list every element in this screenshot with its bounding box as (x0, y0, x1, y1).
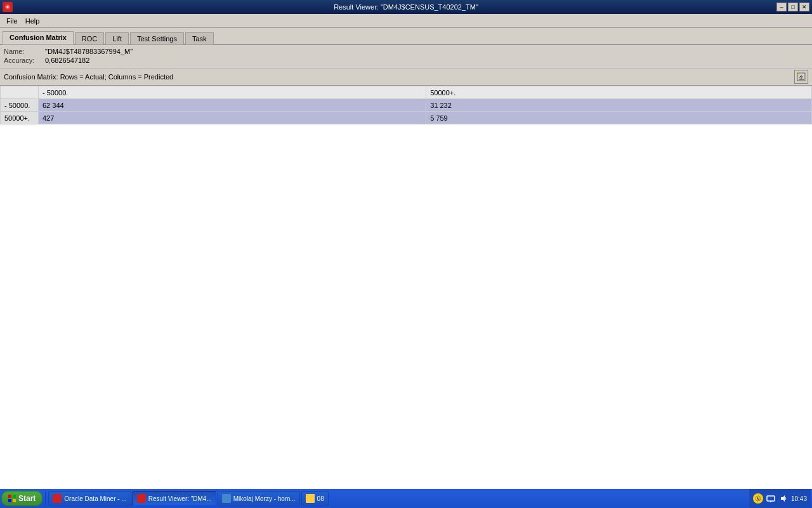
accuracy-value: 0,6826547182 (45, 57, 89, 64)
volume-icon[interactable] (778, 493, 789, 504)
svg-rect-10 (767, 496, 775, 501)
svg-text:N: N (756, 497, 759, 501)
content-wrapper: Confusion Matrix ROC Lift Test Settings … (0, 28, 812, 489)
table-row: - 50000. 62 344 31 232 (1, 99, 812, 112)
row-label-over50k: 50000+. (1, 112, 39, 124)
name-label: Name: (4, 48, 45, 55)
header-col-under50k: - 50000. (39, 86, 426, 99)
menu-file[interactable]: File (3, 16, 22, 26)
tab-test-settings[interactable]: Test Settings (130, 32, 184, 44)
tab-confusion-matrix[interactable]: Confusion Matrix (3, 31, 74, 44)
close-button[interactable]: ✕ (799, 3, 809, 11)
taskbar-tray: N 10:43 (749, 489, 811, 508)
cell-over50k-under50k: 427 (39, 112, 426, 124)
result-viewer-icon (137, 494, 146, 503)
taskbar-08-label: 08 (317, 495, 324, 502)
tab-roc[interactable]: ROC (75, 32, 104, 44)
window-controls: – □ ✕ (776, 3, 809, 11)
norton-icon[interactable]: N (753, 493, 763, 504)
svg-marker-12 (781, 495, 785, 502)
name-row: Name: "DM4J$T487883367994_M" (4, 48, 808, 55)
export-button[interactable] (794, 70, 808, 84)
accuracy-label: Accuracy: (4, 57, 45, 64)
taskbar-time: 10:43 (791, 495, 807, 502)
start-label: Start (18, 494, 36, 503)
windows-logo-icon (8, 495, 16, 502)
menu-bar: File Help (0, 14, 812, 28)
confusion-matrix-table: - 50000. 50000+. - 50000. 62 344 31 232 … (0, 86, 812, 124)
table-row: 50000+. 427 5 759 (1, 112, 812, 124)
maximize-button[interactable]: □ (788, 3, 798, 11)
info-section: Name: "DM4J$T487883367994_M" Accuracy: 0… (0, 45, 812, 68)
network-icon[interactable] (766, 493, 776, 504)
export-icon (797, 72, 806, 81)
row-label-under50k: - 50000. (1, 99, 39, 112)
oracle-icon (53, 494, 62, 503)
taskbar: Start Oracle Data Miner - ... Result Vie… (0, 489, 812, 508)
menu-help[interactable]: Help (22, 16, 44, 26)
cell-under50k-over50k: 31 232 (426, 99, 812, 112)
taskbar-item-result-viewer[interactable]: Result Viewer: "DM4... (133, 491, 216, 505)
taskbar-divider (45, 491, 46, 505)
title-bar: Result Viewer: "DM4J$CENSUS_T40202_TM" –… (0, 0, 812, 14)
svg-rect-4 (8, 495, 11, 498)
minimize-button[interactable]: – (776, 3, 787, 11)
taskbar-oracle-label: Oracle Data Miner - ... (64, 495, 126, 502)
name-value: "DM4J$T487883367994_M" (45, 48, 133, 55)
cell-under50k-under50k: 62 344 (39, 99, 426, 112)
taskbar-result-viewer-label: Result Viewer: "DM4... (148, 495, 212, 502)
mikolaj-icon (222, 494, 231, 503)
matrix-header-text: Confusion Matrix: Rows = Actual; Columns… (4, 73, 173, 81)
folder-icon (306, 494, 315, 503)
taskbar-item-mikolaj[interactable]: Mikolaj Morzy - hom... (218, 491, 300, 505)
matrix-header: Confusion Matrix: Rows = Actual; Columns… (0, 68, 812, 85)
tab-lift[interactable]: Lift (105, 32, 129, 44)
accuracy-row: Accuracy: 0,6826547182 (4, 57, 808, 64)
svg-rect-6 (8, 499, 11, 502)
taskbar-item-08[interactable]: 08 (301, 491, 329, 505)
table-header-row: - 50000. 50000+. (1, 86, 812, 99)
start-button[interactable]: Start (1, 491, 43, 506)
main-window: Result Viewer: "DM4J$CENSUS_T40202_TM" –… (0, 0, 812, 489)
app-icon (3, 2, 13, 12)
taskbar-mikolaj-label: Mikolaj Morzy - hom... (233, 495, 296, 502)
header-empty-cell (1, 86, 39, 99)
table-area: - 50000. 50000+. - 50000. 62 344 31 232 … (0, 85, 812, 489)
svg-rect-5 (13, 495, 16, 498)
window-title: Result Viewer: "DM4J$CENSUS_T40202_TM" (0, 3, 812, 11)
title-bar-left (3, 2, 13, 12)
header-col-over50k: 50000+. (426, 86, 812, 99)
tab-task[interactable]: Task (185, 32, 214, 44)
cell-over50k-over50k: 5 759 (426, 112, 812, 124)
tab-bar: Confusion Matrix ROC Lift Test Settings … (0, 28, 812, 45)
svg-rect-7 (13, 499, 16, 502)
taskbar-item-oracle[interactable]: Oracle Data Miner - ... (48, 491, 131, 505)
